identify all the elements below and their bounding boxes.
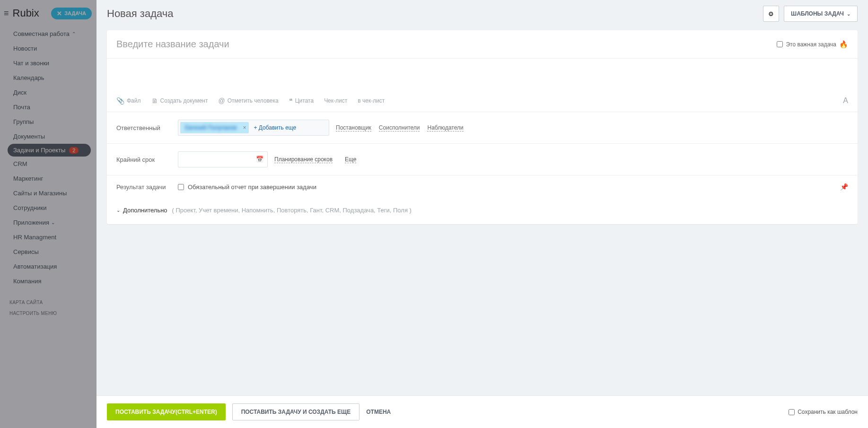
deadline-row: Крайний срок 📅 Планирование сроков Еще xyxy=(107,144,858,175)
fire-icon: 🔥 xyxy=(839,40,848,49)
task-description-editor[interactable] xyxy=(107,59,858,92)
deadline-input[interactable]: 📅 xyxy=(178,151,268,167)
sidebar: ≡ Rubix ✕ ЗАДАЧА Совместная работа ⌃ Нов… xyxy=(0,0,96,428)
attach-file-button[interactable]: 📎 Файл xyxy=(116,97,141,105)
mention-button[interactable]: @ Отметить человека xyxy=(218,97,278,105)
editor-toolbar: 📎 Файл 🗎 Создать документ @ Отметить чел… xyxy=(107,92,858,112)
chevron-down-icon: ⌄ xyxy=(847,11,850,17)
to-checklist-button[interactable]: в чек-лист xyxy=(358,97,385,104)
mandatory-report-label: Обязательный отчет при завершении задачи xyxy=(188,183,316,191)
text-format-button[interactable]: A xyxy=(843,96,848,105)
document-icon: 🗎 xyxy=(151,97,158,105)
additional-section: ⌄ Дополнительно ( Проект, Учет времени, … xyxy=(107,198,858,224)
important-task-toggle[interactable]: Это важная задача 🔥 xyxy=(777,40,848,49)
assignee-chip[interactable]: Евгений Полупанов × xyxy=(180,122,249,133)
responsible-row: Ответственный Евгений Полупанов × + Доба… xyxy=(107,112,858,144)
additional-toggle[interactable]: ⌄ Дополнительно xyxy=(116,207,167,214)
templates-button[interactable]: ШАБЛОНЫ ЗАДАЧ ⌄ xyxy=(784,6,858,22)
additional-hints: ( Проект, Учет времени, Напомнить, Повто… xyxy=(172,207,412,214)
task-form-card: Это важная задача 🔥 📎 Файл 🗎 Создать док… xyxy=(107,30,858,224)
mandatory-report-checkbox[interactable] xyxy=(178,184,184,190)
settings-button[interactable]: ⚙ xyxy=(763,6,779,22)
assignee-field[interactable]: Евгений Полупанов × + Добавить еще xyxy=(178,120,329,136)
pin-icon[interactable]: 📌 xyxy=(840,183,848,191)
important-checkbox[interactable] xyxy=(777,41,783,47)
save-template-toggle[interactable]: Сохранить как шаблон xyxy=(789,409,858,415)
save-template-label: Сохранить как шаблон xyxy=(798,409,858,415)
main-content: Новая задача ⚙ ШАБЛОНЫ ЗАДАЧ ⌄ Это важна… xyxy=(96,0,868,428)
role-accomplices-link[interactable]: Соисполнители xyxy=(379,124,420,131)
role-observers-link[interactable]: Наблюдатели xyxy=(427,124,463,131)
footer: ПОСТАВИТЬ ЗАДАЧУ(CTRL+ENTER) ПОСТАВИТЬ З… xyxy=(96,395,868,428)
planning-link[interactable]: Планирование сроков xyxy=(274,156,333,163)
sidebar-overlay xyxy=(0,0,96,428)
create-doc-button[interactable]: 🗎 Создать документ xyxy=(151,97,208,105)
deadline-label: Крайний срок xyxy=(116,156,178,163)
checklist-button[interactable]: Чек-лист xyxy=(324,97,347,104)
add-assignee-link[interactable]: + Добавить еще xyxy=(254,124,296,131)
save-template-checkbox[interactable] xyxy=(789,409,795,415)
quote-icon: ❝ xyxy=(289,97,293,105)
header: Новая задача ⚙ ШАБЛОНЫ ЗАДАЧ ⌄ xyxy=(96,0,868,30)
task-title-input[interactable] xyxy=(116,39,777,50)
deadline-more-link[interactable]: Еще xyxy=(345,156,356,163)
templates-label: ШАБЛОНЫ ЗАДАЧ xyxy=(791,10,844,17)
result-label: Результат задачи xyxy=(116,183,178,191)
paperclip-icon: 📎 xyxy=(116,97,124,105)
additional-label: Дополнительно xyxy=(123,207,167,214)
chevron-down-icon: ⌄ xyxy=(116,208,120,213)
responsible-label: Ответственный xyxy=(116,124,178,131)
important-label: Это важная задача xyxy=(786,41,836,48)
gear-icon: ⚙ xyxy=(768,10,774,17)
at-icon: @ xyxy=(218,97,225,105)
cancel-button[interactable]: ОТМЕНА xyxy=(366,409,391,415)
result-row: Результат задачи Обязательный отчет при … xyxy=(107,175,858,198)
quote-button[interactable]: ❝ Цитата xyxy=(289,97,314,105)
submit-button[interactable]: ПОСТАВИТЬ ЗАДАЧУ(CTRL+ENTER) xyxy=(107,403,226,420)
calendar-icon: 📅 xyxy=(256,156,263,163)
submit-and-create-button[interactable]: ПОСТАВИТЬ ЗАДАЧУ И СОЗДАТЬ ЕЩЕ xyxy=(232,403,360,420)
mandatory-report-toggle[interactable]: Обязательный отчет при завершении задачи xyxy=(178,183,316,191)
page-title: Новая задача xyxy=(107,8,173,20)
role-creator-link[interactable]: Постановщик xyxy=(336,124,371,131)
remove-assignee-icon[interactable]: × xyxy=(243,124,246,131)
